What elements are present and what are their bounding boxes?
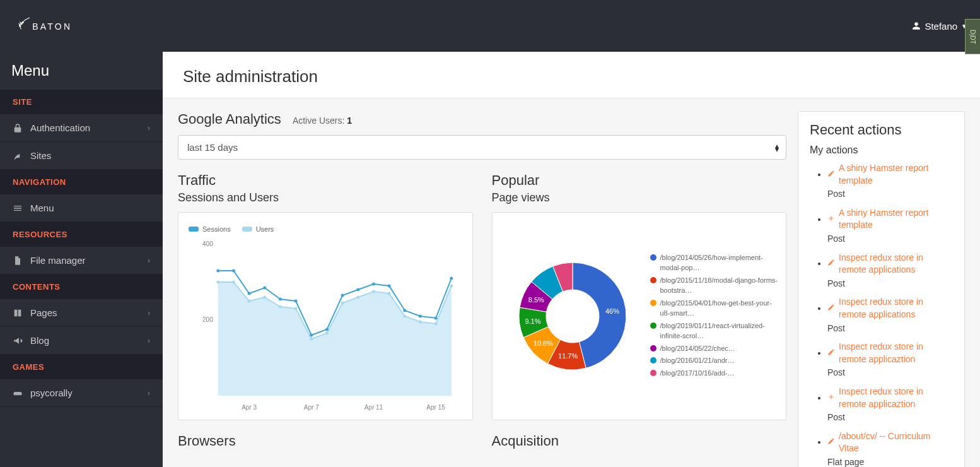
menu-heading: Menu (0, 52, 163, 90)
svg-point-25 (450, 285, 453, 288)
recent-action-link[interactable]: A shiny Hamster report template (827, 207, 953, 232)
popular-title: Popular (492, 172, 787, 189)
sidebar-item-label: Pages (30, 307, 57, 318)
file-icon (13, 256, 23, 266)
logo[interactable]: BATON (13, 10, 101, 42)
svg-text:8.5%: 8.5% (528, 296, 544, 304)
acquisition-title: Acquisition (492, 433, 787, 449)
svg-text:400: 400 (202, 240, 213, 247)
svg-text:10.8%: 10.8% (533, 340, 552, 347)
sidebar-item-pages[interactable]: Pages› (0, 299, 163, 327)
sidebar-section-heading: RESOURCES (0, 222, 163, 247)
svg-point-22 (403, 315, 406, 318)
svg-point-18 (341, 302, 344, 305)
svg-point-28 (248, 292, 251, 295)
sidebar-item-file-manager[interactable]: File manager› (0, 247, 163, 275)
svg-point-10 (216, 281, 219, 284)
svg-text:Apr 7: Apr 7 (304, 404, 319, 411)
recent-action-link[interactable]: A shiny Hamster report template (827, 162, 953, 187)
svg-point-41 (450, 277, 453, 280)
sidebar-item-psycorally[interactable]: psycorally› (0, 379, 163, 407)
recent-action-item: A shiny Hamster report templatePost (827, 207, 953, 245)
svg-point-2 (22, 21, 24, 23)
svg-point-30 (279, 298, 282, 301)
sidebar-item-blog[interactable]: Blog› (0, 327, 163, 355)
chevron-right-icon: › (148, 336, 150, 345)
legend-item[interactable]: Users (242, 225, 274, 233)
my-actions-heading: My actions (810, 145, 953, 156)
traffic-subtitle: Sessions and Users (178, 191, 473, 204)
legend-item[interactable]: /blog/2015/11/18/modal-django-forms-boot… (650, 275, 779, 296)
sidebar-item-label: psycorally (30, 387, 73, 398)
recent-action-link[interactable]: Inspect redux store in remote applicatio… (827, 252, 953, 276)
svg-point-24 (435, 322, 438, 326)
recent-action-link[interactable]: /about/cv/ -- Curriculum Vitae (827, 430, 953, 455)
recent-action-type: Post (827, 367, 953, 379)
legend-item[interactable]: /blog/2014/05/26/how-implement-modal-pop… (650, 252, 779, 273)
book-icon (13, 308, 23, 318)
popular-chart: 46%11.7%10.8%9.1%8.5% /blog/2014/05/26/h… (492, 212, 787, 420)
django-debug-toolbar-tab[interactable]: DjDT (965, 19, 980, 54)
svg-point-13 (263, 296, 266, 299)
recent-action-item: /about/cv/ -- Curriculum VitaeFlat page (827, 430, 953, 467)
pencil-icon (827, 302, 835, 315)
user-icon (912, 21, 921, 30)
svg-point-35 (356, 288, 359, 292)
main-content: Site administration Google Analytics Act… (163, 52, 980, 467)
active-users: Active Users: 1 (293, 115, 352, 126)
legend-item[interactable]: /blog/2015/04/01/how-get-best-your-u8-sm… (650, 298, 779, 319)
svg-point-32 (310, 334, 313, 337)
svg-point-12 (248, 300, 251, 303)
sidebar-item-label: Blog (30, 335, 49, 346)
sidebar-item-menu[interactable]: Menu (0, 194, 163, 222)
legend-item[interactable]: /blog/2014/05/22/chec… (650, 343, 779, 354)
svg-text:200: 200 (202, 316, 213, 323)
svg-point-31 (295, 300, 298, 303)
date-range-select[interactable]: last 15 days (178, 135, 786, 160)
popular-legend: /blog/2014/05/26/how-implement-modal-pop… (645, 252, 779, 381)
user-name: Stefano (925, 21, 957, 32)
pencil-icon (827, 347, 835, 360)
recent-action-item: Inspect redux store in remote applicazti… (827, 341, 953, 379)
recent-action-link[interactable]: Inspect redux store in remote applicazti… (827, 341, 953, 365)
sidebar-section-heading: SITE (0, 90, 163, 114)
sidebar-item-label: Menu (30, 203, 54, 213)
recent-action-type: Post (827, 411, 953, 424)
svg-text:11.7%: 11.7% (558, 352, 578, 360)
svg-point-23 (419, 321, 422, 324)
svg-point-27 (232, 269, 235, 273)
sidebar-item-label: File manager (30, 255, 86, 266)
legend-item[interactable]: /blog/2019/01/11/react-virtualized-infin… (650, 321, 779, 341)
plus-icon (827, 213, 835, 226)
recent-action-type: Flat page (827, 456, 953, 467)
user-menu[interactable]: Stefano ▼ (912, 21, 967, 32)
svg-point-17 (325, 332, 329, 335)
svg-point-11 (232, 281, 235, 284)
svg-point-20 (372, 290, 375, 293)
recent-action-link[interactable]: Inspect redux store in remote applicatio… (827, 296, 953, 321)
svg-point-26 (216, 269, 219, 273)
recent-actions-title: Recent actions (810, 122, 953, 138)
svg-point-14 (279, 305, 282, 309)
sidebar-item-authentication[interactable]: Authentication› (0, 114, 163, 142)
sidebar-item-label: Sites (30, 150, 51, 161)
svg-point-38 (403, 309, 406, 312)
popular-subtitle: Page views (492, 191, 787, 204)
traffic-chart: SessionsUsers 200400Apr 3Apr 7Apr 11Apr … (178, 212, 473, 420)
recent-action-link[interactable]: Inspect redux store in remote applicazti… (827, 386, 953, 410)
legend-item[interactable]: /blog/2017/10/16/add-… (650, 368, 779, 379)
recent-action-item: Inspect redux store in remote applicatio… (827, 252, 953, 290)
sidebar: Menu SITEAuthentication›SitesNAVIGATIONM… (0, 52, 163, 467)
chevron-right-icon: › (148, 256, 150, 265)
svg-text:Apr 11: Apr 11 (365, 404, 383, 411)
legend-item[interactable]: Sessions (189, 225, 231, 233)
recent-action-item: A shiny Hamster report templatePost (827, 162, 953, 201)
recent-action-type: Post (827, 233, 953, 245)
svg-point-36 (372, 283, 375, 286)
recent-action-type: Post (827, 278, 953, 290)
legend-item[interactable]: /blog/2016/01/21/andr… (650, 355, 779, 366)
svg-point-40 (435, 317, 438, 320)
browsers-title: Browsers (178, 433, 473, 449)
sidebar-item-sites[interactable]: Sites (0, 142, 163, 170)
ga-title: Google Analytics (178, 111, 281, 127)
